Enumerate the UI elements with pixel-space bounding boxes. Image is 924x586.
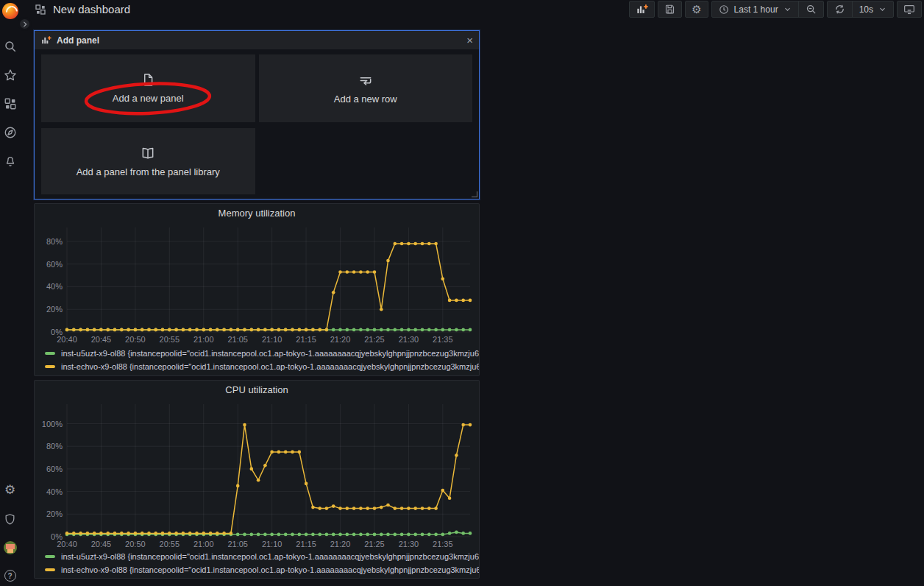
legend-item[interactable]: inst-u5uzt-x9-ol88 {instancepoolid="ocid…	[45, 550, 479, 563]
svg-text:21:15: 21:15	[296, 540, 316, 548]
add-new-row-tile[interactable]: Add a new row	[259, 54, 473, 122]
svg-text:20:55: 20:55	[160, 540, 180, 548]
zoom-out-icon	[806, 4, 817, 15]
clock-icon	[719, 4, 729, 15]
legend-item[interactable]: inst-u5uzt-x9-ol88 {instancepoolid="ocid…	[45, 347, 479, 360]
svg-text:80%: 80%	[46, 237, 63, 246]
admin-shield-icon[interactable]	[4, 513, 16, 526]
svg-text:20:45: 20:45	[91, 540, 112, 548]
svg-text:20%: 20%	[46, 305, 63, 314]
add-panel-widget: Add panel × Add a new panel Add a new ro…	[34, 30, 480, 200]
user-avatar[interactable]	[4, 541, 17, 554]
svg-text:21:05: 21:05	[227, 540, 248, 548]
time-series-chart[interactable]: 20:4020:4520:5020:5521:0021:0521:1021:15…	[35, 400, 479, 548]
close-icon[interactable]: ×	[466, 35, 473, 46]
chevron-down-icon	[783, 5, 792, 13]
dialog-empty-cell	[259, 128, 473, 194]
gear-icon: ⚙	[692, 3, 701, 16]
legend-series-name: inst-echvo-x9-ol88 {instancepoolid="ocid…	[61, 565, 479, 574]
svg-text:21:35: 21:35	[433, 335, 453, 344]
add-new-panel-tile[interactable]: Add a new panel	[41, 54, 255, 122]
add-panel-widget-header[interactable]: Add panel ×	[35, 31, 479, 49]
sidebar-expand-button[interactable]	[18, 17, 32, 31]
add-panel-icon	[636, 4, 648, 15]
svg-text:21:10: 21:10	[262, 540, 282, 548]
svg-text:20:50: 20:50	[125, 335, 146, 344]
svg-text:40%: 40%	[46, 282, 63, 291]
tv-mode-button[interactable]	[897, 1, 922, 18]
svg-text:0%: 0%	[51, 328, 63, 336]
svg-text:21:00: 21:00	[193, 335, 214, 344]
svg-text:21:15: 21:15	[296, 335, 316, 344]
svg-text:60%: 60%	[46, 465, 63, 473]
svg-text:21:35: 21:35	[433, 540, 453, 548]
refresh-button[interactable]	[828, 1, 852, 17]
svg-text:100%: 100%	[42, 420, 63, 428]
chart-legend: inst-u5uzt-x9-ol88 {instancepoolid="ocid…	[35, 345, 479, 373]
add-panel-icon	[40, 35, 51, 45]
svg-text:20%: 20%	[46, 509, 63, 518]
settings-gear-icon[interactable]: ⚙	[4, 482, 15, 498]
chevron-right-icon	[21, 21, 29, 28]
refresh-interval-label: 10s	[859, 4, 873, 15]
row-layout-icon	[358, 73, 373, 88]
refresh-icon	[834, 4, 845, 15]
tile-label: Add a new row	[334, 93, 397, 105]
zoom-out-time-button[interactable]	[798, 1, 823, 17]
svg-text:20:45: 20:45	[91, 335, 112, 344]
monitor-icon	[903, 4, 915, 15]
refresh-interval-picker[interactable]: 10s	[852, 1, 893, 17]
legend-item[interactable]: inst-echvo-x9-ol88 {instancepoolid="ocid…	[45, 360, 479, 373]
svg-text:20:50: 20:50	[125, 540, 146, 548]
page-title: New dashboard	[53, 3, 130, 15]
dashboards-icon[interactable]	[4, 97, 17, 110]
grafana-logo[interactable]	[2, 3, 18, 19]
tile-label: Add a new panel	[113, 93, 184, 104]
chevron-down-icon	[878, 5, 886, 13]
svg-text:20:55: 20:55	[160, 335, 180, 344]
svg-text:0%: 0%	[51, 532, 63, 541]
svg-text:21:00: 21:00	[193, 540, 214, 548]
time-range-picker[interactable]: Last 1 hour	[712, 1, 798, 17]
legend-series-color	[45, 555, 55, 558]
book-open-icon	[141, 146, 155, 160]
cpu-utilization-panel: CPU utilization 20:4020:4520:5020:5521:0…	[34, 380, 480, 579]
legend-series-name: inst-u5uzt-x9-ol88 {instancepoolid="ocid…	[61, 552, 479, 561]
left-sidebar: ⚙ ?	[0, 0, 20, 586]
panel-title[interactable]: CPU utilization	[35, 381, 479, 400]
svg-text:21:25: 21:25	[364, 540, 385, 548]
panel-title[interactable]: Memory utilization	[35, 204, 479, 223]
time-picker-group: Last 1 hour	[711, 1, 824, 18]
add-panel-from-library-tile[interactable]: Add a panel from the panel library	[41, 128, 255, 194]
memory-utilization-panel: Memory utilization 20:4020:4520:5020:552…	[34, 203, 480, 376]
search-icon[interactable]	[4, 40, 17, 53]
legend-item[interactable]: inst-echvo-x9-ol88 {instancepoolid="ocid…	[45, 563, 479, 576]
star-icon[interactable]	[4, 68, 17, 82]
explore-compass-icon[interactable]	[4, 126, 17, 139]
dashboard-settings-button[interactable]: ⚙	[685, 1, 708, 18]
svg-text:80%: 80%	[46, 442, 63, 451]
dialog-resize-handle[interactable]	[472, 191, 477, 197]
top-navigation-bar: New dashboard ⚙ Last 1 hour	[20, 0, 924, 18]
svg-text:21:10: 21:10	[262, 335, 282, 344]
chart-legend: inst-u5uzt-x9-ol88 {instancepoolid="ocid…	[35, 548, 479, 576]
save-dashboard-button[interactable]	[658, 1, 682, 18]
dialog-title: Add panel	[57, 35, 99, 46]
help-icon[interactable]: ?	[4, 570, 16, 582]
svg-text:60%: 60%	[46, 260, 63, 269]
svg-text:21:25: 21:25	[364, 335, 385, 344]
svg-text:21:05: 21:05	[227, 335, 248, 344]
legend-series-name: inst-echvo-x9-ol88 {instancepoolid="ocid…	[61, 362, 479, 371]
add-panel-button[interactable]	[629, 1, 655, 18]
refresh-group: 10s	[827, 1, 894, 18]
dashboard-apps-icon	[35, 4, 46, 15]
save-icon	[664, 4, 675, 15]
legend-series-name: inst-u5uzt-x9-ol88 {instancepoolid="ocid…	[61, 349, 479, 358]
file-panel-icon	[141, 73, 155, 87]
legend-series-color	[45, 568, 55, 571]
time-series-chart[interactable]: 20:4020:4520:5020:5521:0021:0521:1021:15…	[35, 223, 479, 345]
legend-series-color	[45, 352, 55, 355]
time-range-label: Last 1 hour	[734, 4, 778, 15]
alerting-bell-icon[interactable]	[4, 155, 17, 168]
svg-text:21:20: 21:20	[330, 335, 351, 344]
